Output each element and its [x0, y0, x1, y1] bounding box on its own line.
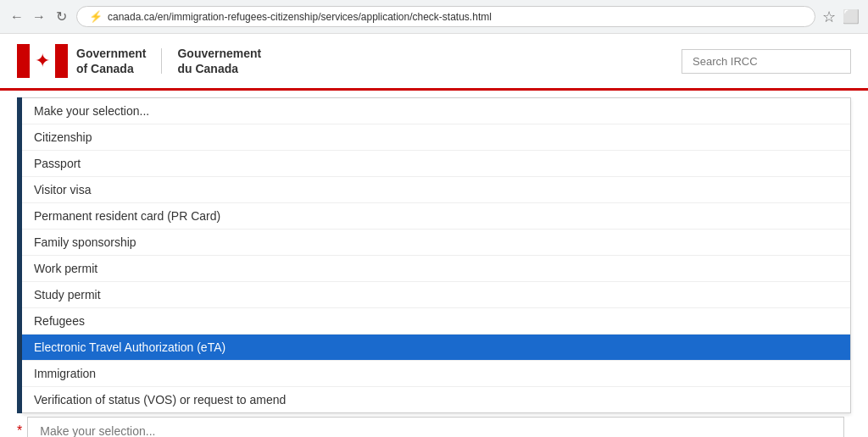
canada-flag: ✦ — [17, 44, 68, 78]
dropdown-option[interactable]: Refugees — [22, 308, 850, 335]
dropdown-option[interactable]: Immigration — [22, 361, 850, 387]
first-dropdown-area: Make your selection...CitizenshipPasspor… — [17, 97, 851, 413]
gov-name-english: Government of Canada — [76, 46, 146, 76]
dropdown-option[interactable]: Family sponsorship — [22, 230, 850, 256]
second-dropdown-area: * — [17, 417, 851, 437]
bookmark-icon[interactable]: ☆ — [822, 8, 836, 26]
header-divider — [161, 48, 162, 74]
extension-icon[interactable]: ⬜ — [843, 8, 860, 25]
browser-actions: ☆ ⬜ — [822, 8, 860, 26]
browser-nav: ← → ↻ — [8, 8, 70, 25]
second-dropdown-input[interactable] — [27, 417, 844, 437]
canada-logo: ✦ Government of Canada Gouvernement du C… — [17, 44, 261, 78]
address-bar[interactable]: ⚡ canada.ca/en/immigration-refugees-citi… — [76, 6, 815, 27]
dropdown-option[interactable]: Citizenship — [22, 124, 850, 151]
dropdown-option[interactable]: Visitor visa — [22, 177, 850, 203]
first-dropdown-row: Make your selection...CitizenshipPasspor… — [17, 97, 851, 413]
site-header: ✦ Government of Canada Gouvernement du C… — [0, 34, 868, 91]
dropdown-option[interactable]: Electronic Travel Authorization (eTA) — [22, 335, 850, 361]
dropdown-option[interactable]: Study permit — [22, 282, 850, 308]
dropdown-option[interactable]: Work permit — [22, 256, 850, 282]
dropdown-option[interactable]: Passport — [22, 151, 850, 177]
gov-name-french: Gouvernement du Canada — [177, 46, 261, 76]
main-content: Make your selection...CitizenshipPasspor… — [0, 97, 868, 437]
url-text: canada.ca/en/immigration-refugees-citize… — [108, 11, 492, 23]
search-input[interactable] — [682, 49, 851, 74]
refresh-button[interactable]: ↻ — [53, 8, 70, 25]
maple-leaf-icon: ✦ — [35, 50, 50, 72]
browser-bar: ← → ↻ ⚡ canada.ca/en/immigration-refugee… — [0, 0, 868, 34]
dropdown-option[interactable]: Verification of status (VOS) or request … — [22, 387, 850, 412]
dropdown-option[interactable]: Make your selection... — [22, 98, 850, 124]
first-dropdown-list: Make your selection...CitizenshipPasspor… — [22, 97, 851, 413]
forward-button[interactable]: → — [31, 8, 47, 25]
required-indicator: * — [17, 423, 22, 437]
dropdown-option[interactable]: Permanent resident card (PR Card) — [22, 203, 850, 230]
back-button[interactable]: ← — [8, 8, 25, 25]
